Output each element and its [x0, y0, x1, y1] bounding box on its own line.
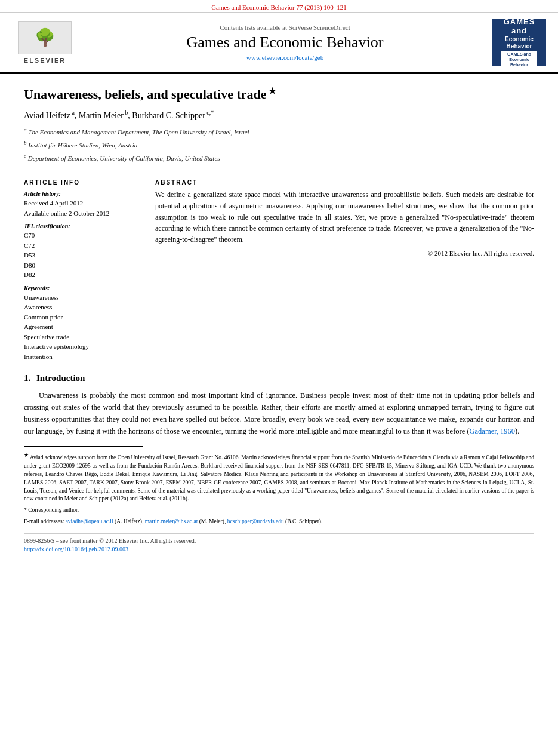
citation-text: Games and Economic Behavior 77 (2013) 10… — [211, 4, 347, 11]
kw-interactive: Interactive epistemology — [24, 342, 134, 352]
article-info-title: ARTICLE INFO — [24, 179, 134, 186]
intro-section-title: 1. Introduction — [24, 373, 534, 383]
games-logo-behavior: Behavior — [507, 43, 532, 50]
sup-a: a — [70, 109, 75, 116]
doi-anchor[interactable]: http://dx.doi.org/10.1016/j.geb.2012.09.… — [24, 546, 128, 552]
copyright-text: © 2012 Elsevier Inc. All rights reserved… — [155, 250, 534, 257]
bottom-bar: 0899-8256/$ – see front matter © 2012 El… — [24, 533, 534, 552]
journal-title-center: Contents lists available at SciVerse Sci… — [78, 24, 492, 61]
jel-d53: D53 — [24, 250, 134, 260]
kw-unawareness: Unawareness — [24, 293, 134, 303]
kw-speculative: Speculative trade — [24, 332, 134, 342]
kw-awareness: Awareness — [24, 302, 134, 312]
article-title: Unawareness, beliefs, and speculative tr… — [24, 86, 534, 103]
sciverse-text: Contents lists available at SciVerse Sci… — [78, 24, 492, 31]
email-meier[interactable]: martin.meier@ihs.ac.at — [145, 518, 198, 524]
citation-bar: Games and Economic Behavior 77 (2013) 10… — [0, 0, 558, 13]
footnote-star-symbol: ★ — [24, 452, 29, 458]
journal-main-title: Games and Economic Behavior — [78, 33, 492, 51]
journal-url-link[interactable]: www.elsevier.com/locate/geb — [246, 54, 323, 61]
footnote-corresponding: * Corresponding author. — [24, 506, 534, 515]
gadamer-citation[interactable]: Gadamer, 1960 — [470, 427, 516, 435]
affil-b: b Institut für Höhere Studien, Wien, Aus… — [24, 139, 534, 150]
doi-link[interactable]: http://dx.doi.org/10.1016/j.geb.2012.09.… — [24, 546, 534, 552]
games-logo-economic: Economic — [505, 36, 534, 43]
games-logo-text: GAMES and — [495, 17, 544, 36]
author-schipper: , Burkhard C. Schipper — [128, 111, 205, 120]
elsevier-label: ELSEVIER — [24, 57, 66, 64]
footnote-star-text: ★ Aviad acknowledges support from the Op… — [24, 451, 534, 503]
jel-d80: D80 — [24, 260, 134, 271]
section-title-text: Introduction — [36, 373, 85, 383]
email-schipper[interactable]: bcschipper@ucdavis.edu — [227, 518, 284, 524]
info-abstract-container: ARTICLE INFO Article history: Received 4… — [24, 173, 534, 361]
received-text: Received 4 April 2012 — [24, 198, 134, 208]
abstract-title: ABSTRACT — [155, 179, 534, 186]
title-star: ★ — [267, 87, 277, 96]
email-heifetz[interactable]: aviadhe@openu.ac.il — [66, 518, 113, 524]
journal-url[interactable]: www.elsevier.com/locate/geb — [78, 54, 492, 61]
elsevier-tree-icon: 🌳 — [35, 29, 56, 46]
elsevier-logo-image: 🌳 — [18, 21, 72, 54]
article-info-col: ARTICLE INFO Article history: Received 4… — [24, 179, 143, 361]
abstract-text: We define a generalized state-space mode… — [155, 189, 534, 245]
games-logo: GAMES and Economic Behavior GAMES andEco… — [492, 19, 546, 66]
footnote-separator — [24, 446, 143, 447]
games-logo-inner-text: GAMES andEconomicBehavior — [507, 51, 531, 67]
footnote-email: E-mail addresses: aviadhe@openu.ac.il (A… — [24, 518, 534, 526]
jel-d82: D82 — [24, 270, 134, 280]
affil-c: c Department of Economics, University of… — [24, 152, 534, 164]
article-content: Unawareness, beliefs, and speculative tr… — [0, 74, 558, 564]
affiliations: a The Economics and Management Departmen… — [24, 125, 534, 164]
authors-line: Aviad Heifetz a, Martin Meier b, Burkhar… — [24, 109, 534, 121]
author-meier: , Martin Meier — [75, 111, 124, 120]
kw-agreement: Agreement — [24, 322, 134, 332]
jel-c72: C72 — [24, 241, 134, 251]
abstract-col: ABSTRACT We define a generalized state-s… — [155, 179, 534, 361]
fusing-word: fusing — [76, 427, 94, 435]
jel-label: JEL classification: — [24, 223, 134, 229]
available-text: Available online 2 October 2012 — [24, 208, 134, 219]
keywords-label: Keywords: — [24, 285, 134, 291]
games-logo-inner-box: GAMES andEconomicBehavior — [501, 51, 537, 67]
elsevier-logo: 🌳 ELSEVIER — [12, 21, 78, 64]
author-heifetz: Aviad Heifetz — [24, 111, 70, 120]
section-number: 1. — [24, 373, 30, 383]
issn-text: 0899-8256/$ – see front matter © 2012 El… — [24, 537, 534, 544]
affil-a: a The Economics and Management Departmen… — [24, 125, 534, 137]
jel-c70: C70 — [24, 231, 134, 241]
journal-header: 🌳 ELSEVIER Contents lists available at S… — [0, 13, 558, 74]
kw-common-prior: Common prior — [24, 312, 134, 322]
intro-paragraph: Unawareness is probably the most common … — [24, 389, 534, 437]
sup-c: c,* — [205, 109, 214, 116]
history-label: Article history: — [24, 190, 134, 197]
kw-inattention: Inattention — [24, 352, 134, 362]
